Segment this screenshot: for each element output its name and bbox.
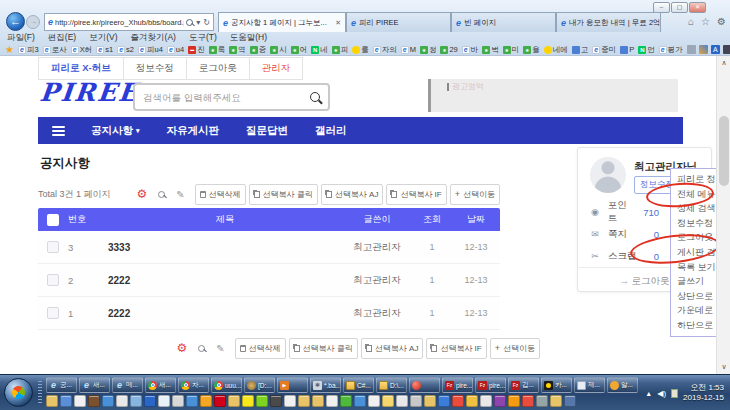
nav-item-free-board[interactable]: 자유게시판 xyxy=(167,124,220,138)
quick-launch-icon[interactable] xyxy=(354,395,366,407)
copy-selected-if-button[interactable]: 선택복사 IF xyxy=(386,184,446,205)
board-search-icon[interactable] xyxy=(198,345,205,352)
copy-selected-click-button[interactable]: 선택복사 클릭 xyxy=(289,338,358,359)
favorite-item[interactable]: 중미 xyxy=(592,45,616,55)
taskbar-window-button[interactable]: 김... xyxy=(508,377,539,393)
toolbar-dark-icon[interactable] xyxy=(723,45,730,54)
quick-launch-icon[interactable] xyxy=(438,395,450,407)
scroll-down-icon[interactable] xyxy=(717,360,730,374)
utilnav-hub-link[interactable]: 피리로 X-허브 xyxy=(38,57,124,80)
quick-launch-icon[interactable] xyxy=(186,395,198,407)
row-title-link[interactable]: 2222 xyxy=(108,275,342,286)
toolbar-color-icon[interactable] xyxy=(699,45,708,54)
quick-launch-icon[interactable] xyxy=(298,395,310,407)
taskbar-window-button[interactable]: 새... xyxy=(79,377,110,393)
move-selected-button[interactable]: 선택이동 xyxy=(490,338,540,359)
taskbar-window-button[interactable]: 알... xyxy=(607,377,638,393)
tab-blank[interactable]: 빈 페이지 xyxy=(451,12,556,32)
popup-menu-item[interactable]: 가운데로 xyxy=(671,303,717,318)
write-pencil-icon[interactable] xyxy=(176,189,184,200)
favorite-item[interactable]: 피3 xyxy=(18,45,39,55)
taskbar-window-button[interactable]: D:\... xyxy=(376,377,407,393)
action-center-icon[interactable] xyxy=(671,389,678,398)
menu-bar-item[interactable]: 파일(F) xyxy=(7,32,35,43)
url-text[interactable]: http://piree.kr/pireero_Xhub/bbs/board.p… xyxy=(55,18,184,27)
quick-launch-icon[interactable] xyxy=(284,395,296,407)
favorite-item[interactable]: 을 xyxy=(523,45,540,55)
utilnav-edit-info-link[interactable]: 정보수정 xyxy=(124,57,187,80)
favorites-icon[interactable] xyxy=(701,16,710,27)
menu-bar-item[interactable]: 즐겨찾기(A) xyxy=(131,32,176,43)
menu-bar-item[interactable]: 도움말(H) xyxy=(230,32,267,43)
nav-item-qna[interactable]: 질문답변 xyxy=(246,124,288,138)
quick-launch-icon[interactable] xyxy=(172,395,184,407)
favorite-item[interactable]: 먼 xyxy=(638,45,655,55)
favorite-item[interactable]: 피 xyxy=(332,45,349,55)
favorite-item[interactable]: 벅 xyxy=(482,45,499,55)
tab-entry-history[interactable]: 내가 응모한 내역 | 무료 2억이... xyxy=(556,12,661,32)
taskbar-window-button[interactable]: C#... xyxy=(343,377,374,393)
popup-menu-item[interactable]: 상단으로 xyxy=(671,289,717,304)
copy-selected-if-button[interactable]: 선택복사 IF xyxy=(426,338,486,359)
favorite-item[interactable]: 어 xyxy=(291,45,308,55)
favorite-item[interactable]: 자의 xyxy=(373,45,397,55)
taskbar-window-button[interactable]: 카... xyxy=(541,377,572,393)
quick-launch-icon[interactable] xyxy=(200,395,212,407)
quick-launch-icon[interactable] xyxy=(88,395,100,407)
quick-launch-icon[interactable] xyxy=(480,395,492,407)
favorite-item[interactable]: 역 xyxy=(229,45,246,55)
quick-launch-icon[interactable] xyxy=(102,395,114,407)
tray-expand-icon[interactable] xyxy=(645,390,652,397)
start-button[interactable] xyxy=(4,378,33,407)
quick-launch-icon[interactable] xyxy=(466,395,478,407)
menu-bar-item[interactable]: 도구(T) xyxy=(189,32,217,43)
favorite-item[interactable]: P xyxy=(620,45,634,54)
favorite-item[interactable]: 로사 xyxy=(43,45,67,55)
quick-launch-icon[interactable] xyxy=(116,395,128,407)
search-input[interactable] xyxy=(143,92,310,103)
utilnav-admin-link[interactable]: 관리자 xyxy=(250,57,304,80)
row-title-link[interactable]: 2222 xyxy=(108,308,342,319)
quick-launch-icon[interactable] xyxy=(368,395,380,407)
write-pencil-icon[interactable] xyxy=(216,343,224,354)
vertical-scrollbar[interactable] xyxy=(716,56,730,374)
tab-piree[interactable]: 피리 PIREE xyxy=(346,12,451,32)
favorite-item[interactable]: X허 xyxy=(71,45,93,55)
toolbar-text-icon[interactable] xyxy=(711,45,720,54)
scroll-up-icon[interactable] xyxy=(717,56,730,70)
quick-launch-icon[interactable] xyxy=(452,395,464,407)
quick-launch-icon[interactable] xyxy=(522,395,534,407)
taskbar-window-button[interactable]: 새... xyxy=(145,377,176,393)
table-row[interactable]: 2 2222 최고관리자 1 12-13 xyxy=(38,264,500,297)
toolbar-tool-icon[interactable] xyxy=(687,45,696,54)
copy-selected-click-button[interactable]: 선택복사 클릭 xyxy=(249,184,318,205)
favorite-item[interactable]: s2 xyxy=(117,45,134,54)
favorite-item[interactable]: 미 xyxy=(503,45,520,55)
quick-launch-icon[interactable] xyxy=(508,395,520,407)
row-checkbox[interactable] xyxy=(47,307,59,319)
quick-launch-icon[interactable] xyxy=(382,395,394,407)
quick-launch-icon[interactable] xyxy=(564,395,576,407)
address-bar[interactable]: http://piree.kr/pireero_Xhub/bbs/board.p… xyxy=(44,13,214,31)
quick-launch-icon[interactable] xyxy=(340,395,352,407)
row-checkbox[interactable] xyxy=(47,241,59,253)
taskbar-window-button[interactable]: pire... xyxy=(475,377,506,393)
home-icon[interactable] xyxy=(688,16,694,27)
site-logo[interactable]: PIREE xyxy=(38,78,140,107)
quick-launch-icon[interactable] xyxy=(228,395,240,407)
quick-launch-icon[interactable] xyxy=(256,395,268,407)
favorite-item[interactable]: 진 xyxy=(188,45,205,55)
select-all-checkbox[interactable] xyxy=(47,214,59,226)
volume-icon[interactable] xyxy=(657,389,666,398)
quick-launch-icon[interactable] xyxy=(424,395,436,407)
quick-launch-icon[interactable] xyxy=(130,395,142,407)
copy-selected-aj-button[interactable]: 선택복사 AJ xyxy=(321,184,384,205)
taskbar-window-button[interactable]: 제... xyxy=(574,377,605,393)
quick-launch-icon[interactable] xyxy=(46,395,58,407)
favorite-item[interactable]: 평가 xyxy=(659,45,683,55)
row-title-link[interactable]: 3333 xyxy=(108,242,342,253)
board-search-icon[interactable] xyxy=(158,191,165,198)
settings-gear-icon[interactable] xyxy=(717,16,726,27)
menu-bar-item[interactable]: 편집(E) xyxy=(48,32,76,43)
favorite-item[interactable]: 네 xyxy=(311,45,328,55)
